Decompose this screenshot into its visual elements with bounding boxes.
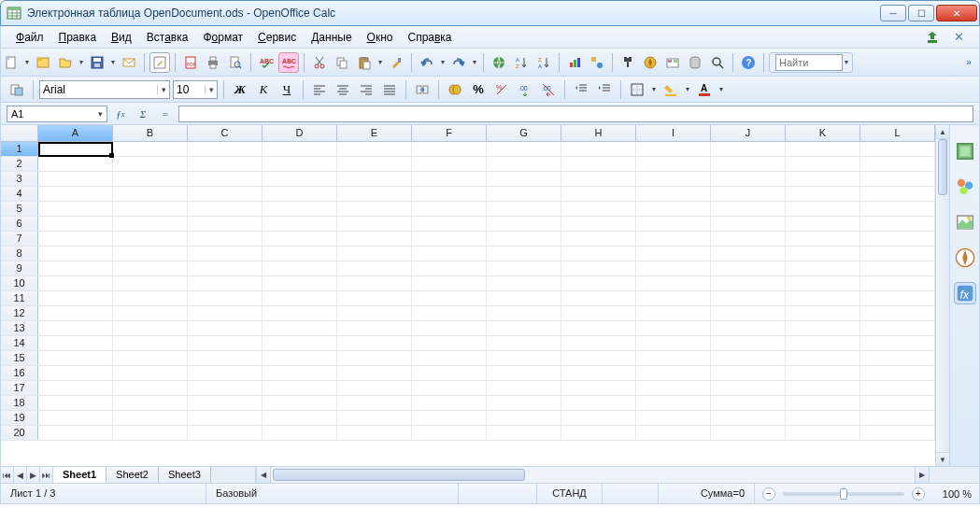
cell[interactable] xyxy=(561,202,636,216)
column-header[interactable]: H xyxy=(561,125,636,141)
cell[interactable] xyxy=(711,321,786,335)
cell[interactable] xyxy=(636,321,711,335)
merge-cells-button[interactable] xyxy=(412,79,433,100)
cell[interactable] xyxy=(487,291,561,305)
cell[interactable] xyxy=(860,142,935,156)
cell[interactable] xyxy=(113,411,188,425)
cell[interactable] xyxy=(113,172,188,186)
cell[interactable] xyxy=(711,142,786,156)
cell[interactable] xyxy=(38,411,113,425)
cell[interactable] xyxy=(263,276,337,290)
cell[interactable] xyxy=(711,157,786,171)
cell[interactable] xyxy=(337,261,412,275)
cell[interactable] xyxy=(188,426,263,440)
sidebar-functions-button[interactable]: fx xyxy=(954,282,976,304)
column-header[interactable]: G xyxy=(487,125,561,141)
cell[interactable] xyxy=(113,351,188,365)
cell[interactable] xyxy=(860,306,935,320)
column-header[interactable]: I xyxy=(636,125,711,141)
cell[interactable] xyxy=(337,247,412,261)
cell[interactable] xyxy=(38,261,113,275)
cell[interactable] xyxy=(412,396,487,410)
cell[interactable] xyxy=(636,172,711,186)
borders-button[interactable] xyxy=(627,79,647,100)
cell[interactable] xyxy=(38,172,113,186)
pdf-button[interactable]: PDF xyxy=(180,52,201,73)
cell[interactable] xyxy=(711,217,786,231)
row-header[interactable]: 11 xyxy=(1,291,38,305)
tab-last-button[interactable]: ⏭ xyxy=(40,467,53,483)
align-justify-button[interactable] xyxy=(379,79,400,100)
cell[interactable] xyxy=(636,381,711,395)
redo-dropdown[interactable] xyxy=(471,58,478,66)
cell[interactable] xyxy=(412,187,487,201)
cell[interactable] xyxy=(860,247,935,261)
cell[interactable] xyxy=(636,351,711,365)
cell[interactable] xyxy=(412,142,487,156)
autospell-button[interactable]: ABC xyxy=(278,52,299,73)
column-header[interactable]: E xyxy=(337,125,412,141)
cell[interactable] xyxy=(636,247,711,261)
cell[interactable] xyxy=(487,411,561,425)
cell[interactable] xyxy=(711,426,786,440)
cell[interactable] xyxy=(487,351,561,365)
font-name-combo[interactable]: Arial▾ xyxy=(39,80,170,99)
cell[interactable] xyxy=(636,202,711,216)
cell[interactable] xyxy=(38,381,113,395)
cell[interactable] xyxy=(636,187,711,201)
scroll-left-button[interactable]: ◀ xyxy=(257,467,271,483)
preview-button[interactable] xyxy=(225,52,246,73)
bgcolor-dropdown[interactable] xyxy=(684,85,691,93)
cell[interactable] xyxy=(263,411,337,425)
column-header[interactable]: K xyxy=(786,125,860,141)
cell[interactable] xyxy=(113,396,188,410)
italic-button[interactable]: К xyxy=(253,79,274,100)
scroll-down-button[interactable]: ▼ xyxy=(936,452,949,466)
align-right-button[interactable] xyxy=(356,79,376,100)
cell[interactable] xyxy=(487,306,561,320)
cell[interactable] xyxy=(860,172,935,186)
cell[interactable] xyxy=(412,172,487,186)
cell[interactable] xyxy=(412,381,487,395)
font-size-combo[interactable]: 10▾ xyxy=(173,80,218,99)
tab-first-button[interactable]: ⏮ xyxy=(1,467,14,483)
increase-indent-button[interactable] xyxy=(594,79,615,100)
cell[interactable] xyxy=(188,381,263,395)
zoom-out-button[interactable]: − xyxy=(762,487,775,501)
open-dropdown[interactable] xyxy=(78,58,85,66)
cell[interactable] xyxy=(113,187,188,201)
cell[interactable] xyxy=(38,187,113,201)
cell[interactable] xyxy=(412,261,487,275)
cell[interactable] xyxy=(412,217,487,231)
del-decimal-button[interactable]: .00 xyxy=(538,79,559,100)
cell[interactable] xyxy=(636,276,711,290)
cell[interactable] xyxy=(337,321,412,335)
column-header[interactable]: A xyxy=(38,125,113,141)
decrease-indent-button[interactable] xyxy=(571,79,591,100)
cell[interactable] xyxy=(860,232,935,246)
cell[interactable] xyxy=(561,261,636,275)
scroll-up-button[interactable]: ▲ xyxy=(936,125,949,139)
cell[interactable] xyxy=(561,306,636,320)
cell[interactable] xyxy=(561,336,636,350)
cell[interactable] xyxy=(113,291,188,305)
cell[interactable] xyxy=(711,411,786,425)
cell[interactable] xyxy=(188,291,263,305)
cell[interactable] xyxy=(487,366,561,380)
cell[interactable] xyxy=(636,396,711,410)
cell[interactable] xyxy=(188,232,263,246)
cell[interactable] xyxy=(636,336,711,350)
cell[interactable] xyxy=(786,321,860,335)
cell[interactable] xyxy=(337,381,412,395)
cell[interactable] xyxy=(263,142,337,156)
cell[interactable] xyxy=(113,232,188,246)
cell[interactable] xyxy=(711,202,786,216)
cell[interactable] xyxy=(337,202,412,216)
cell[interactable] xyxy=(412,276,487,290)
sheet-tab[interactable]: Sheet2 xyxy=(107,467,159,483)
cell[interactable] xyxy=(860,381,935,395)
cell[interactable] xyxy=(786,426,860,440)
menu-вид[interactable]: Вид xyxy=(106,29,137,46)
cell[interactable] xyxy=(113,202,188,216)
cell[interactable] xyxy=(38,336,113,350)
